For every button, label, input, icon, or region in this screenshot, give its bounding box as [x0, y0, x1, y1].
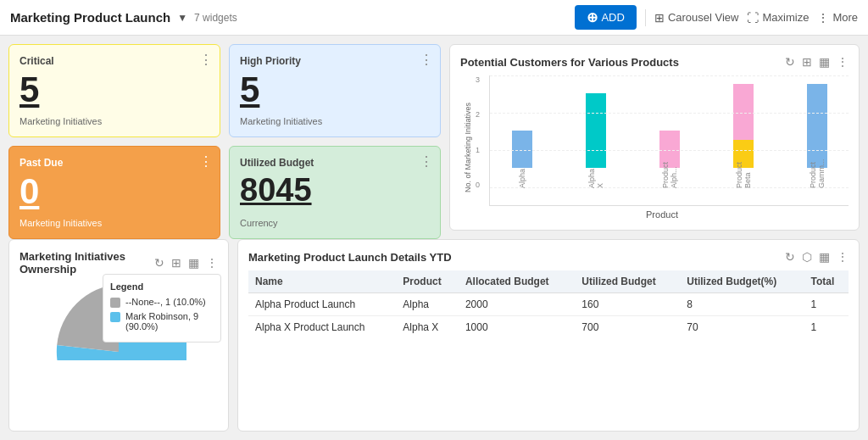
- bar-group-product-beta: Product Beta: [711, 75, 775, 188]
- header-right: ⊕ ADD ⊞ Carousel View ⛶ Maximize ⋮ More: [575, 5, 858, 30]
- table-cell: 1: [804, 293, 849, 316]
- table-cell: 8: [680, 293, 804, 316]
- carousel-view-button[interactable]: ⊞ Carousel View: [654, 11, 739, 25]
- table-title: Marketing Product Launch Details YTD: [248, 251, 452, 264]
- header: Marketing Product Launch ▼ 7 widgets ⊕ A…: [0, 0, 868, 36]
- grid-icon[interactable]: ⊞: [802, 55, 812, 69]
- kpi-utilized-budget-sub: Currency: [240, 218, 430, 228]
- bar-seg-product-beta-top: [733, 84, 754, 140]
- legend-label-none: --None--, 1 (10.0%): [125, 297, 206, 307]
- legend-dot-mark: [110, 312, 120, 322]
- table-columns-icon[interactable]: ▦: [819, 250, 830, 264]
- table-cell: Alpha: [396, 293, 459, 316]
- carousel-icon: ⊞: [654, 11, 665, 25]
- table-card: Marketing Product Launch Details YTD ↻ ⬡…: [237, 239, 860, 432]
- kpi-utilized-budget: Utilized Budget 8045 Currency ⋮: [229, 146, 441, 239]
- table-cell: Alpha X: [396, 316, 459, 339]
- table-menu-icon[interactable]: ⋮: [837, 250, 849, 264]
- legend-label-mark: Mark Robinson, 9 (90.0%): [125, 311, 214, 331]
- table-cell: 160: [575, 293, 680, 316]
- columns-icon[interactable]: ▦: [819, 55, 830, 69]
- more-button[interactable]: ⋮ More: [817, 11, 858, 25]
- ownership-columns-icon[interactable]: ▦: [188, 256, 199, 270]
- maximize-icon: ⛶: [747, 11, 759, 25]
- kpi-utilized-budget-value: 8045: [240, 174, 430, 206]
- kpi-past-due-sub: Marketing Initiatives: [19, 218, 209, 228]
- maximize-label: Maximize: [762, 11, 809, 24]
- legend-item-none: --None--, 1 (10.0%): [110, 297, 214, 308]
- x-label-product-beta: Product Beta: [735, 171, 752, 188]
- col-name: Name: [248, 270, 396, 293]
- carousel-label: Carousel View: [668, 11, 739, 24]
- kpi-utilized-budget-label: Utilized Budget: [240, 157, 430, 169]
- add-button[interactable]: ⊕ ADD: [575, 5, 636, 30]
- ownership-menu-icon[interactable]: ⋮: [206, 256, 218, 270]
- bar-seg-product-gamma: [807, 84, 827, 168]
- legend-dot-none: [110, 298, 120, 308]
- bar-chart-header: Potential Customers for Various Products…: [460, 55, 849, 69]
- chart-menu-icon[interactable]: ⋮: [837, 55, 849, 69]
- table-export-icon[interactable]: ⬡: [802, 250, 812, 264]
- table-cell: 1000: [459, 316, 575, 339]
- widgets-count: 7 widgets: [194, 12, 237, 24]
- table-cell: 700: [575, 316, 680, 339]
- kpi-high-priority-label: High Priority: [240, 55, 430, 67]
- kpi-past-due-value: 0: [19, 174, 209, 209]
- table-refresh-icon[interactable]: ↻: [785, 250, 795, 264]
- legend-title: Legend: [110, 281, 214, 292]
- x-label-product-alpha: Product Alph...: [661, 171, 678, 188]
- bar-group-product-gamma: Product Gamm...: [785, 75, 849, 188]
- more-label: More: [832, 11, 858, 24]
- kpi-past-due: Past Due 0 Marketing Initiatives ⋮: [8, 146, 220, 239]
- table-header: Marketing Product Launch Details YTD ↻ ⬡…: [248, 250, 849, 264]
- ownership-title: Marketing Initiatives Ownership: [19, 250, 154, 276]
- ownership-refresh-icon[interactable]: ↻: [154, 256, 164, 270]
- table-body: Alpha Product LaunchAlpha200016081Alpha …: [248, 293, 849, 339]
- y-tick-1: 1: [476, 146, 489, 154]
- bar-group-alpha: Alpha: [490, 75, 554, 188]
- legend-box: Legend --None--, 1 (10.0%) Mark Robinson…: [103, 274, 221, 343]
- table-cell: 2000: [459, 293, 575, 316]
- kpi-high-priority-sub: Marketing Initiatives: [240, 116, 430, 126]
- col-allocated-budget: Allocated Budget: [459, 270, 575, 293]
- kpi-critical-menu[interactable]: ⋮: [199, 52, 213, 68]
- plus-icon: ⊕: [587, 9, 598, 25]
- divider: [645, 9, 646, 26]
- bar-group-alpha-x: Alpha X: [564, 75, 627, 188]
- refresh-icon[interactable]: ↻: [785, 55, 795, 69]
- y-tick-0: 0: [476, 181, 489, 189]
- ownership-grid-icon[interactable]: ⊞: [171, 256, 181, 270]
- ownership-header: Marketing Initiatives Ownership ↻ ⊞ ▦ ⋮: [19, 250, 218, 276]
- kpi-past-due-label: Past Due: [19, 157, 209, 169]
- bar-chart-card: Potential Customers for Various Products…: [449, 44, 860, 231]
- table-header-row: Name Product Allocated Budget Utilized B…: [248, 270, 849, 293]
- ownership-actions: ↻ ⊞ ▦ ⋮: [154, 256, 218, 270]
- page-title: Marketing Product Launch: [10, 10, 170, 25]
- col-utilized-budget-pct: Utilized Budget(%): [680, 270, 804, 293]
- kpi-high-priority: High Priority 5 Marketing Initiatives ⋮: [229, 44, 441, 137]
- bar-chart-actions: ↻ ⊞ ▦ ⋮: [785, 55, 849, 69]
- kpi-critical-value: 5: [19, 72, 209, 108]
- table-cell: 70: [680, 316, 804, 339]
- kpi-high-priority-menu[interactable]: ⋮: [420, 52, 433, 68]
- col-utilized-budget: Utilized Budget: [575, 270, 680, 293]
- more-icon: ⋮: [817, 11, 829, 25]
- y-axis-label: No. of Marketing Initiatives: [464, 103, 472, 192]
- x-label-alpha-x: Alpha X: [587, 171, 604, 188]
- x-axis-label: Product: [476, 209, 849, 220]
- kpi-critical-sub: Marketing Initiatives: [19, 116, 209, 126]
- title-dropdown-icon[interactable]: ▼: [177, 12, 187, 24]
- maximize-button[interactable]: ⛶ Maximize: [747, 11, 809, 25]
- bars-container: Alpha Alpha X Product Alph...: [489, 75, 849, 206]
- kpi-critical-label: Critical: [19, 55, 209, 67]
- table-actions: ↻ ⬡ ▦ ⋮: [785, 250, 849, 264]
- bar-seg-alpha-x: [586, 93, 606, 168]
- col-product: Product: [396, 270, 459, 293]
- kpi-past-due-menu[interactable]: ⋮: [199, 153, 213, 170]
- y-tick-2: 2: [476, 110, 489, 119]
- x-label-product-gamma: Product Gamm...: [809, 171, 826, 188]
- bar-chart-title: Potential Customers for Various Products: [460, 56, 679, 69]
- table-row: Alpha Product LaunchAlpha200016081: [248, 293, 849, 316]
- kpi-utilized-budget-menu[interactable]: ⋮: [420, 153, 433, 170]
- add-label: ADD: [601, 11, 624, 24]
